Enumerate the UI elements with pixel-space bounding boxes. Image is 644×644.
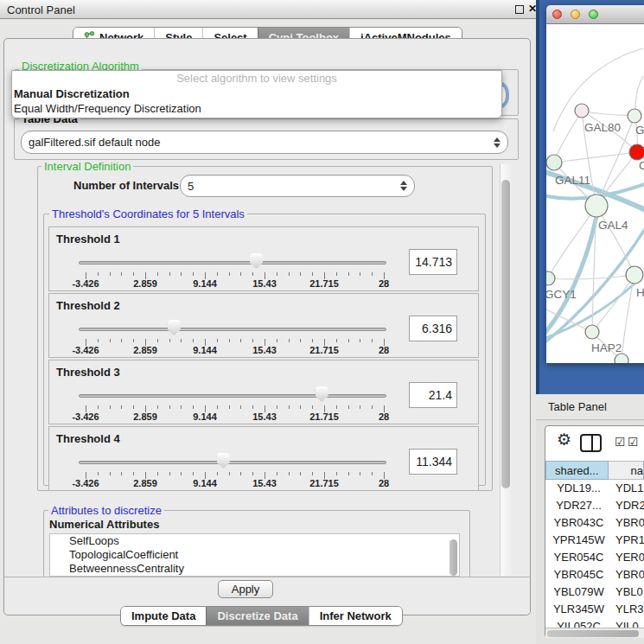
table-cell-name: YDR2	[612, 497, 644, 514]
network-window-titlebar[interactable]	[546, 5, 644, 24]
table-panel-title: Table Panel	[548, 400, 607, 413]
bottom-tab-bar: Impute DataDiscretize DataInfer Network	[120, 606, 403, 626]
tick-label: 15.43	[252, 478, 277, 488]
tab-discretize-data[interactable]: Discretize Data	[206, 607, 308, 625]
float-window-icon[interactable]	[515, 5, 524, 14]
combo-stepper-icon	[494, 137, 501, 148]
minor-tick	[121, 339, 122, 342]
threshold-value-input[interactable]: 11.344	[409, 449, 457, 475]
attribute-list-item[interactable]: TopologicalCoefficient	[50, 548, 459, 562]
table-data-combobox[interactable]: galFiltered.sif default node	[21, 131, 508, 154]
threshold-slider-thumb[interactable]	[250, 253, 263, 269]
dropdown-option[interactable]: Equal Width/Frequency Discretization	[12, 101, 501, 116]
minor-tick	[133, 339, 134, 342]
tick-label: -3.426	[72, 478, 99, 488]
network-canvas[interactable]: GAL80GACGAL11GAL4GCY1HHAP2	[546, 24, 644, 363]
threshold-value-input[interactable]: 14.713	[409, 249, 457, 275]
minor-tick	[98, 405, 99, 409]
tick-label: 28	[379, 345, 389, 355]
network-node[interactable]	[585, 325, 599, 339]
network-node-label: GAL11	[555, 174, 590, 187]
minor-tick	[121, 405, 122, 409]
threshold-slider-thumb[interactable]	[316, 386, 328, 402]
threshold-slider-track[interactable]	[79, 261, 386, 265]
minor-tick	[181, 405, 182, 409]
minor-tick	[372, 339, 373, 342]
tick-label: 21.715	[309, 478, 339, 488]
network-edge	[548, 275, 634, 279]
threshold-slider-thumb[interactable]	[168, 320, 181, 335]
table-row[interactable]: YBR045CYBR0	[545, 566, 644, 583]
minor-tick	[229, 472, 230, 475]
table-column-header-shared[interactable]: shared...	[545, 461, 609, 480]
minor-tick	[193, 339, 194, 342]
threshold-value-input[interactable]: 6.316	[409, 316, 457, 341]
checkbox-icon[interactable]: ☑	[628, 435, 639, 449]
network-edge	[596, 206, 634, 275]
threshold-slider-track[interactable]	[79, 328, 386, 331]
panel-scrollbar-thumb[interactable]	[501, 180, 510, 488]
threshold-slider-track[interactable]	[79, 461, 386, 464]
apply-button[interactable]: Apply	[218, 580, 273, 598]
control-panel-title: Control Panel	[7, 3, 75, 16]
table-cell-shared-name: YDR27...	[545, 497, 612, 514]
column-layout-icon[interactable]	[580, 434, 602, 452]
minor-tick	[157, 339, 158, 342]
table-row[interactable]: YPR145WYPR1	[545, 532, 644, 549]
table-hscrollbar-thumb[interactable]	[547, 630, 639, 637]
number-of-intervals-value: 5	[188, 180, 194, 193]
minor-tick	[312, 405, 313, 409]
minor-tick	[289, 339, 290, 342]
network-node[interactable]	[546, 155, 562, 170]
attribute-list-item[interactable]: BetweennessCentrality	[50, 562, 459, 576]
table-row[interactable]: YLR345WYLR3	[545, 601, 644, 618]
table-row[interactable]: YER054CYER0	[545, 549, 644, 566]
table-row[interactable]: YBR043CYBR0	[545, 514, 644, 532]
network-node[interactable]	[546, 271, 555, 285]
threshold-slider-thumb[interactable]	[217, 453, 230, 469]
checkbox-icon[interactable]: ☑	[615, 435, 626, 449]
network-node[interactable]	[585, 194, 608, 217]
tab-infer-network[interactable]: Infer Network	[309, 607, 402, 625]
minor-tick	[181, 272, 182, 276]
table-header-row: shared... na	[545, 461, 644, 480]
minor-tick	[348, 472, 349, 475]
table-row[interactable]: YDR27...YDR2	[545, 497, 644, 514]
numerical-attributes-list[interactable]: SelfLoopsTopologicalCoefficientBetweenne…	[49, 533, 460, 577]
minor-tick	[336, 472, 337, 475]
number-of-intervals-combobox[interactable]: 5	[180, 175, 415, 197]
threshold-slider-track[interactable]	[79, 394, 386, 398]
network-node[interactable]	[626, 266, 643, 284]
dropdown-hint-item[interactable]: Select algorithm to view settings	[12, 71, 501, 86]
minor-tick	[360, 472, 360, 475]
table-row[interactable]: YDL19...YDL1	[545, 480, 644, 497]
table-column-header-name[interactable]: na	[609, 461, 644, 480]
zoom-traffic-light-icon[interactable]	[589, 10, 598, 19]
network-node-label: C	[639, 159, 644, 172]
minor-tick	[240, 339, 241, 342]
network-node[interactable]	[615, 354, 628, 363]
gear-icon[interactable]: ⚙	[557, 430, 571, 450]
minor-tick	[181, 339, 182, 342]
table-cell-shared-name: YBR043C	[545, 514, 612, 532]
close-traffic-light-icon[interactable]	[552, 10, 562, 19]
network-node[interactable]	[628, 109, 641, 123]
table-row[interactable]: YBL079WYBL0	[545, 583, 644, 601]
threshold-value-input[interactable]: 21.4	[409, 382, 457, 408]
minor-tick	[110, 405, 111, 409]
tick-label: 2.859	[133, 278, 157, 289]
attribute-list-item[interactable]: SelfLoops	[50, 534, 459, 548]
attributes-list-scrollbar[interactable]	[450, 539, 457, 576]
minor-tick	[240, 272, 241, 276]
network-node[interactable]	[575, 104, 589, 118]
combo-stepper-icon	[400, 181, 407, 191]
table-data-combobox-value: galFiltered.sif default node	[29, 136, 160, 149]
dropdown-option[interactable]: Manual Discretization	[12, 86, 501, 101]
network-node[interactable]	[629, 144, 644, 160]
tab-impute-data[interactable]: Impute Data	[121, 607, 206, 625]
network-node-label: GCY1	[546, 288, 577, 301]
table-cell-name: YBR0	[612, 514, 644, 532]
minor-tick	[312, 339, 313, 342]
minimize-traffic-light-icon[interactable]	[571, 10, 580, 19]
minor-tick	[169, 472, 170, 475]
